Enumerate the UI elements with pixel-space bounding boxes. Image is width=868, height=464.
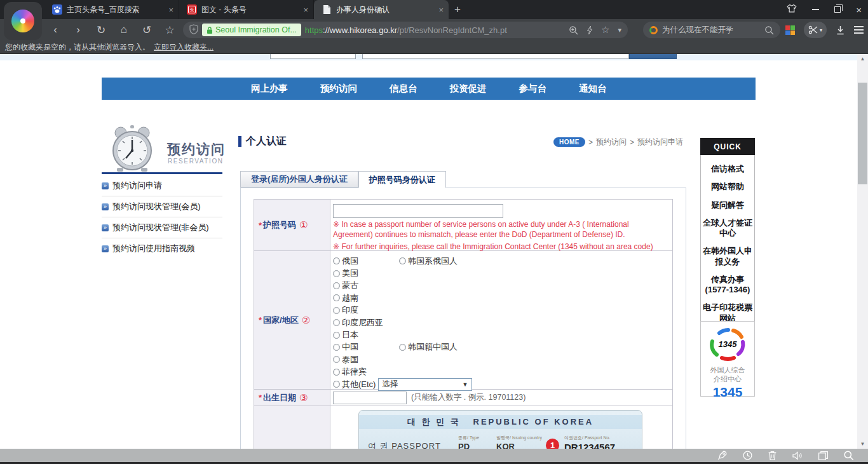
radio-etc[interactable] [333, 381, 340, 388]
boost-rocket-icon[interactable] [717, 450, 728, 461]
browser-logo-button[interactable] [4, 2, 42, 40]
radio-russia[interactable] [333, 257, 340, 264]
undo-icon[interactable]: ↺ [140, 24, 154, 37]
sidebar-item-guide-video[interactable]: » 预约访问使用指南视频 [102, 238, 222, 259]
quick-item-petition-format[interactable]: 信访格式 [702, 160, 754, 178]
radio-mongolia[interactable] [333, 282, 340, 289]
sidebar-item-status-member[interactable]: » 预约访问现状管理(会员) [102, 196, 222, 217]
table-row-passport: * 护照号码 ① ※ In case a passport number of … [254, 200, 672, 251]
download-icon[interactable] [836, 25, 845, 35]
sidebar-item-reservation-apply[interactable]: » 预约访问申请 [102, 175, 222, 196]
history-icon[interactable] [742, 450, 753, 461]
theme-shirt-icon[interactable] [787, 4, 797, 15]
screenshot-scissors-button[interactable]: ▾ [804, 22, 827, 38]
header-input-partial[interactable] [270, 54, 356, 59]
adblock-shield-icon[interactable] [189, 24, 198, 36]
radio-vietnam[interactable] [333, 294, 340, 301]
quick-menu: QUICK 信访格式 网站帮助 疑问解答 全球人才签证中心 在韩外国人申报义务 … [700, 138, 755, 332]
new-tab-button[interactable]: + [449, 0, 466, 19]
scroll-up-arrow[interactable]: ▲ [857, 54, 868, 64]
table-row-birthdate: * 出生日期 ③ (只能输入数字 . 例示. 19701123) [254, 390, 672, 406]
close-window-button[interactable]: × [856, 4, 862, 15]
forward-icon[interactable]: › [71, 24, 85, 36]
reload-icon[interactable]: ↻ [94, 24, 108, 37]
radio-japan[interactable] [333, 332, 340, 339]
browser-tab-toutiao[interactable]: 头 图文 - 头条号 × [179, 0, 314, 19]
breadcrumb-home-badge[interactable]: HOME [553, 137, 585, 147]
scrollbar-thumb[interactable] [858, 83, 867, 184]
breadcrumb-item[interactable]: 预约访问 [596, 137, 627, 147]
header-input-partial[interactable] [362, 54, 629, 59]
radio-india[interactable] [333, 307, 340, 314]
quick-header: QUICK [700, 138, 755, 155]
zoom-icon[interactable] [569, 25, 578, 35]
address-bar-icons: ☆ ▾ [569, 24, 621, 36]
scissors-icon [808, 25, 818, 34]
scroll-down-arrow[interactable]: ▼ [857, 439, 868, 449]
nav-information[interactable]: 信息台 [390, 83, 417, 95]
back-icon[interactable]: ‹ [48, 24, 62, 36]
chevron-down-icon[interactable]: ▾ [618, 26, 621, 34]
radio-usa[interactable] [333, 270, 340, 277]
empty-label-cell [254, 406, 330, 449]
quick-item-foreigner-report-duty[interactable]: 在韩外国人申报义务 [702, 242, 754, 271]
nav-notice[interactable]: 通知台 [579, 83, 607, 95]
radio-korean-chinese[interactable] [399, 344, 406, 351]
home-icon[interactable]: ⌂ [117, 24, 131, 36]
sidebar-item-status-nonmember[interactable]: » 预约访问现状管理(非会员) [102, 217, 222, 238]
step-2-badge: ② [302, 315, 310, 326]
document-icon [322, 4, 332, 15]
page-header-cutoff [0, 54, 868, 60]
nav-investment[interactable]: 投资促进 [450, 83, 487, 95]
bookmark-star-icon[interactable]: ☆ [163, 24, 177, 37]
toolbar-search-box[interactable]: 为什么现在不能开学 [643, 22, 780, 38]
radio-korean-russian[interactable] [399, 257, 406, 264]
passport-number-sample: 여권번호/ Passport No. DR1234567 [564, 435, 615, 449]
search-query[interactable]: 为什么现在不能开学 [662, 25, 760, 36]
vertical-scrollbar[interactable]: ▲ ▼ [857, 54, 868, 449]
tab-close-icon[interactable]: × [303, 6, 308, 14]
bullet-arrow-icon: » [102, 203, 109, 210]
minimize-button[interactable] [812, 9, 819, 10]
quick-item-fax-service[interactable]: 传真办事 (1577-1346) [702, 271, 754, 299]
tab-close-icon[interactable]: × [438, 6, 444, 14]
apps-grid-icon[interactable] [785, 25, 795, 35]
nav-reservation[interactable]: 预约访问 [320, 83, 357, 95]
birthdate-input[interactable] [333, 392, 407, 404]
menu-icon[interactable] [854, 26, 864, 33]
radio-thailand[interactable] [333, 356, 340, 363]
passport-issuing-country: 발행국/ Issuing country KOR [496, 435, 546, 449]
nav-participation[interactable]: 参与台 [519, 83, 547, 95]
restore-button[interactable] [834, 6, 841, 13]
address-bar[interactable]: Seoul Immigration Of... https://www.hiko… [183, 22, 628, 38]
site-identity-badge[interactable]: Seoul Immigration Of... [202, 24, 301, 36]
browser-tab-active-hikorea[interactable]: 办事人身份确认 × [314, 0, 449, 19]
browser-tab-baidu[interactable]: 主页头条号_百度搜索 × [44, 0, 179, 19]
radio-philippines[interactable] [333, 369, 340, 376]
tab-foreigner-id-auth[interactable]: 登录(居所)外国人身份认证 [240, 171, 358, 188]
baidu-paw-icon [52, 4, 62, 15]
trash-icon[interactable] [768, 450, 777, 461]
nav-online-services[interactable]: 网上办事 [251, 83, 288, 95]
quick-item-faq[interactable]: 疑问解答 [702, 196, 754, 214]
quick-item-site-help[interactable]: 网站帮助 [702, 178, 754, 196]
radio-indonesia[interactable] [333, 319, 340, 326]
page-search-icon[interactable] [843, 450, 854, 461]
window-layout-icon[interactable] [818, 451, 829, 461]
bullet-arrow-icon: » [102, 182, 109, 189]
tab-strip: 主页头条号_百度搜索 × 头 图文 - 头条号 × 办事人身份确认 × + [44, 0, 466, 19]
favorite-star-icon[interactable]: ☆ [601, 24, 609, 36]
quick-item-global-talent-visa[interactable]: 全球人才签证中心 [702, 214, 754, 243]
tab-passport-auth[interactable]: 护照号码身份认证 [358, 171, 446, 188]
search-engine-icon [649, 26, 658, 34]
lightning-icon[interactable] [587, 25, 593, 35]
tab-close-icon[interactable]: × [168, 6, 173, 14]
volume-icon[interactable] [792, 451, 803, 461]
radio-china[interactable] [333, 344, 340, 351]
etc-country-select[interactable]: 选择 ▼ [378, 378, 472, 391]
search-icon[interactable] [764, 25, 774, 35]
passport-number-input[interactable] [333, 204, 503, 218]
import-bookmarks-link[interactable]: 立即导入收藏夹... [154, 42, 214, 53]
call-center-1345-banner[interactable]: 1345 外国人综合 介绍中心 1345 [700, 321, 755, 397]
header-button-partial[interactable] [629, 54, 677, 59]
